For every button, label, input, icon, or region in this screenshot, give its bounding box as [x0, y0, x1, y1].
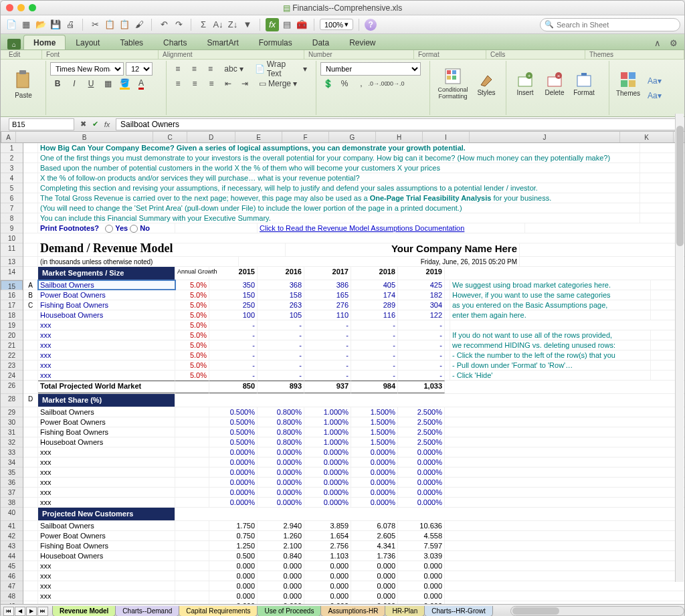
cell[interactable]: -	[209, 361, 258, 370]
cell[interactable]: xxx	[38, 468, 175, 477]
column-header[interactable]: D	[187, 132, 235, 142]
copy-icon[interactable]: 📋	[103, 18, 116, 31]
cell[interactable]	[23, 498, 38, 507]
cell[interactable]: 276	[304, 300, 351, 310]
number-format-select[interactable]: Number	[320, 62, 421, 76]
cell[interactable]: 105	[258, 310, 304, 320]
tab-formulas[interactable]: Formulas	[249, 35, 302, 49]
cell[interactable]: 1.260	[258, 531, 304, 540]
tab-charts[interactable]: Charts	[153, 35, 197, 49]
cell[interactable]: 165	[304, 290, 351, 300]
cell[interactable]: -	[304, 340, 351, 350]
cell[interactable]: The Total Gross Revenue is carried over …	[38, 193, 640, 203]
cell[interactable]: 2017	[304, 267, 351, 280]
column-header[interactable]: C	[153, 132, 187, 142]
cell[interactable]: 1.000%	[304, 407, 351, 417]
vertical-scrollbar[interactable]	[675, 114, 684, 582]
cell[interactable]	[445, 310, 450, 320]
cell[interactable]: -	[351, 361, 398, 370]
sheet-nav-next[interactable]: ▶	[26, 607, 37, 616]
cell[interactable]	[445, 350, 450, 360]
cell[interactable]: Houseboat Owners	[38, 551, 175, 560]
cell[interactable]: Click to Read the Revenue Model Assumpti…	[258, 223, 525, 233]
cell[interactable]: Based upon the number of potential custo…	[38, 163, 640, 173]
cell[interactable]: 1.500%	[351, 417, 398, 427]
row-header[interactable]: 30	[1, 417, 23, 427]
cell[interactable]: -	[304, 350, 351, 360]
row-header[interactable]: 38	[1, 498, 23, 508]
row-header[interactable]: 8	[1, 213, 23, 223]
cell[interactable]: Demand / Revenue Model	[38, 243, 286, 256]
fx-icon[interactable]: fx	[101, 118, 113, 130]
align-top-icon[interactable]: ≡	[171, 62, 185, 76]
cell[interactable]: 263	[258, 300, 304, 310]
cell[interactable]: xxx	[38, 488, 175, 497]
cell[interactable]: 0.000	[209, 601, 258, 604]
row-header[interactable]: 36	[1, 478, 23, 488]
cell[interactable]: 174	[351, 290, 398, 300]
row-header[interactable]: 5	[1, 183, 23, 193]
cell[interactable]: We suggest using broad market categories…	[450, 280, 651, 290]
cell[interactable]: -	[398, 361, 445, 370]
cell[interactable]: 0.000%	[304, 478, 351, 487]
print-icon[interactable]: 🖨	[64, 18, 77, 31]
paste-icon[interactable]: 📋	[118, 18, 131, 31]
cell[interactable]	[23, 417, 38, 427]
cell[interactable]: -	[398, 320, 445, 330]
row-header[interactable]: 18	[1, 310, 23, 320]
cell[interactable]: xxx	[38, 478, 175, 487]
ribbon-settings-icon[interactable]: ⚙	[667, 36, 680, 49]
cell[interactable]	[175, 561, 209, 571]
cell[interactable]: 5.0%	[175, 340, 209, 350]
cell[interactable]: - Pull down under 'Format' to 'Row'…	[450, 361, 651, 370]
row-header[interactable]: 4	[1, 173, 23, 183]
tab-smartart[interactable]: SmartArt	[197, 35, 248, 49]
row-header[interactable]: 23	[1, 361, 23, 371]
merge-button[interactable]: ▭Merge▾	[254, 77, 302, 90]
theme-fonts-button[interactable]: Aa▾	[643, 74, 666, 88]
sheet-tab[interactable]: Revenue Model	[52, 606, 116, 617]
cell[interactable]: 0.000	[304, 571, 351, 581]
row-header[interactable]: 10	[1, 233, 23, 243]
fill-color-button[interactable]: 🪣	[117, 77, 132, 90]
cell[interactable]: 5.0%	[175, 300, 209, 310]
cell[interactable]	[175, 498, 209, 507]
cell[interactable]: 0.000%	[351, 447, 398, 457]
row-header[interactable]: 46	[1, 571, 23, 581]
row-header[interactable]: 44	[1, 551, 23, 561]
cell[interactable]: 2.500%	[398, 407, 445, 417]
cell[interactable]: 0.000	[398, 571, 445, 581]
cell[interactable]: Friday, June, 26, 2015 05:20 PM	[239, 257, 520, 266]
format-painter-icon[interactable]: 🖌	[132, 18, 146, 31]
cell[interactable]	[175, 381, 209, 393]
cell[interactable]: 0.000	[351, 601, 398, 604]
row-header[interactable]: 11	[1, 243, 23, 257]
align-center-icon[interactable]: ≡	[187, 77, 202, 90]
cell[interactable]: If you do not want to use all of the row…	[450, 330, 651, 340]
row-header[interactable]: 3	[1, 163, 23, 173]
redo-icon[interactable]: ↷	[172, 18, 185, 31]
cell[interactable]: -	[304, 320, 351, 330]
cell[interactable]: -	[351, 371, 398, 380]
cell[interactable]: 5.0%	[175, 350, 209, 360]
row-header[interactable]: 34	[1, 457, 23, 468]
cell[interactable]: 158	[258, 290, 304, 300]
cell[interactable]	[175, 223, 258, 233]
cell[interactable]: 0.800%	[258, 407, 304, 417]
cell[interactable]: 425	[398, 280, 445, 290]
cell[interactable]: 2.100	[258, 541, 304, 550]
cell[interactable]: 0.000%	[398, 457, 445, 467]
cell[interactable]: 5.0%	[175, 290, 209, 300]
cell[interactable]: 0.500%	[209, 437, 258, 447]
sheet-tab[interactable]: HR-Plan	[385, 606, 425, 617]
cell[interactable]: -	[304, 330, 351, 340]
cell[interactable]: Projected New Customers	[38, 508, 175, 520]
cell[interactable]: C	[23, 300, 38, 310]
fx-toggle-icon[interactable]: fx	[266, 18, 279, 31]
cell[interactable]: 0.000%	[209, 447, 258, 457]
cell[interactable]	[23, 437, 38, 447]
themes-button[interactable]: Themes	[613, 62, 643, 105]
cell[interactable]	[23, 457, 38, 467]
cell[interactable]: 0.000%	[398, 498, 445, 507]
orientation-button[interactable]: abc▾	[219, 62, 248, 76]
